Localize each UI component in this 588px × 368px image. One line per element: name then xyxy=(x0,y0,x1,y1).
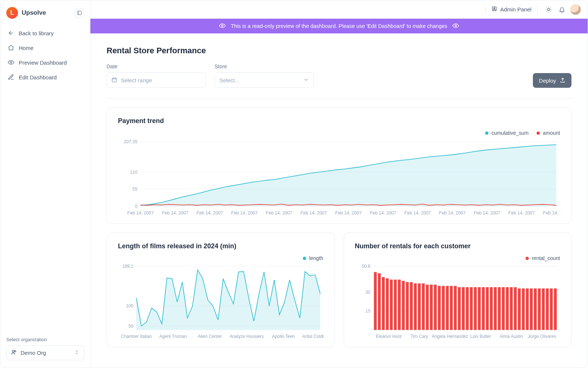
svg-rect-61 xyxy=(422,284,425,330)
svg-point-8 xyxy=(455,25,457,26)
svg-text:Feb 14, 2007: Feb 14, 2007 xyxy=(197,210,223,216)
svg-rect-76 xyxy=(482,287,485,330)
chart-rental-count: 153050.6Eleanor HuntTim CaryAngela Herna… xyxy=(355,263,560,340)
admin-panel-link[interactable]: Admin Panel xyxy=(491,6,531,13)
svg-rect-52 xyxy=(386,278,389,330)
legend: rental_count xyxy=(355,255,560,261)
svg-rect-59 xyxy=(414,284,417,330)
sidebar-item-label: Preview Dashboard xyxy=(19,59,67,66)
filter-row: Date Select range Store Select... Deploy xyxy=(107,64,571,98)
shield-icon xyxy=(491,6,497,13)
sidebar-item-home[interactable]: Home xyxy=(3,41,87,55)
svg-text:Feb 14, 2007: Feb 14, 2007 xyxy=(301,210,327,216)
sidebar-collapse-button[interactable] xyxy=(75,8,84,18)
svg-text:55: 55 xyxy=(132,187,137,192)
svg-rect-57 xyxy=(406,282,409,330)
svg-rect-93 xyxy=(550,288,553,330)
svg-text:Feb 14, 2007: Feb 14, 2007 xyxy=(127,210,154,216)
brand-name: Upsolve xyxy=(22,9,46,17)
svg-point-5 xyxy=(494,8,495,9)
svg-rect-77 xyxy=(486,287,489,330)
svg-rect-56 xyxy=(402,281,405,330)
eye-icon xyxy=(219,22,226,30)
svg-text:Agent Truman: Agent Truman xyxy=(159,334,187,339)
svg-rect-87 xyxy=(526,288,529,330)
store-select[interactable]: Select... xyxy=(215,72,314,88)
brand: L Upsolve xyxy=(3,5,87,23)
svg-text:Apollo Teen: Apollo Teen xyxy=(272,334,295,339)
divider xyxy=(537,6,538,14)
org-value: Demo Org xyxy=(21,350,46,356)
svg-text:Feb 14, 2007: Feb 14, 2007 xyxy=(370,210,396,216)
upload-icon xyxy=(560,77,566,84)
svg-point-1 xyxy=(10,62,12,64)
legend-item-rental-count: rental_count xyxy=(526,255,560,261)
svg-rect-80 xyxy=(498,287,501,330)
svg-rect-86 xyxy=(522,288,525,330)
chevron-down-icon xyxy=(303,77,309,84)
main: Admin Panel This is a read-only preview … xyxy=(90,0,588,368)
sidebar-item-back-to-library[interactable]: Back to library xyxy=(3,26,87,40)
svg-rect-81 xyxy=(502,287,505,330)
sidebar-footer: Select organization Demo Org xyxy=(3,334,87,363)
svg-text:Angela Hernandez: Angela Hernandez xyxy=(431,334,468,339)
deploy-label: Deploy xyxy=(539,77,556,84)
org-select[interactable]: Demo Org xyxy=(6,345,84,360)
sidebar-item-label: Home xyxy=(19,45,33,51)
svg-text:Feb 14, 2007: Feb 14, 2007 xyxy=(266,210,292,216)
topbar: Admin Panel xyxy=(90,0,588,19)
deploy-button[interactable]: Deploy xyxy=(533,73,571,88)
svg-rect-75 xyxy=(478,287,481,330)
date-range-input[interactable]: Select range xyxy=(107,72,206,88)
svg-rect-9 xyxy=(112,78,116,82)
legend-dot xyxy=(537,131,540,135)
legend-item-cumulative-sum: cumulative_sum xyxy=(485,130,528,136)
svg-rect-83 xyxy=(510,287,513,330)
card-rental-count: Number of rentals for each customer rent… xyxy=(344,232,572,347)
card-title: Length of films released in 2024 (min) xyxy=(118,242,323,250)
svg-text:Feb 14, 2007: Feb 14, 2007 xyxy=(231,210,258,216)
svg-text:Feb 14, 2007: Feb 14, 2007 xyxy=(162,210,188,216)
legend-label: length xyxy=(309,255,323,261)
card-payment-trend: Payment trend cumulative_sum amount 0551… xyxy=(107,107,571,224)
svg-text:Jorge Olivares: Jorge Olivares xyxy=(528,334,556,339)
legend-dot xyxy=(526,257,529,260)
svg-rect-65 xyxy=(438,286,441,330)
svg-text:30: 30 xyxy=(365,290,370,295)
svg-rect-92 xyxy=(546,288,549,330)
panel-left-icon xyxy=(77,10,82,15)
legend-item-length: length xyxy=(303,255,323,261)
page-title: Rental Store Performance xyxy=(107,46,571,55)
svg-rect-72 xyxy=(466,287,469,330)
sidebar-item-label: Back to library xyxy=(19,30,54,36)
legend-item-amount: amount xyxy=(537,130,560,136)
content: Rental Store Performance Date Select ran… xyxy=(90,33,588,368)
theme-toggle[interactable] xyxy=(544,4,554,15)
svg-text:Feb 14, 2007: Feb 14, 2007 xyxy=(405,210,431,216)
avatar[interactable] xyxy=(570,4,581,15)
legend-label: rental_count xyxy=(532,255,560,261)
svg-rect-84 xyxy=(514,287,517,330)
svg-rect-85 xyxy=(518,288,521,330)
nav: Back to library Home Preview Dashboard E… xyxy=(3,26,87,84)
svg-rect-78 xyxy=(490,287,493,330)
home-icon xyxy=(8,44,14,51)
svg-rect-54 xyxy=(394,279,397,330)
notifications-button[interactable] xyxy=(557,4,567,15)
users-icon xyxy=(11,349,17,356)
svg-rect-64 xyxy=(434,285,437,330)
svg-rect-94 xyxy=(554,288,557,330)
svg-rect-66 xyxy=(442,286,445,330)
sidebar-item-label: Edit Dashboard xyxy=(19,74,57,80)
svg-text:Analyze Hoosiers: Analyze Hoosiers xyxy=(230,334,264,339)
calendar-icon xyxy=(111,77,117,84)
svg-rect-63 xyxy=(430,285,433,330)
sidebar-item-edit-dashboard[interactable]: Edit Dashboard xyxy=(3,70,87,84)
svg-rect-73 xyxy=(470,287,473,330)
sun-icon xyxy=(545,6,552,13)
svg-rect-74 xyxy=(474,287,477,330)
svg-point-6 xyxy=(548,8,550,11)
eye-icon xyxy=(452,22,459,30)
sidebar-item-preview-dashboard[interactable]: Preview Dashboard xyxy=(3,55,87,69)
banner-text: This is a read-only preview of the dashb… xyxy=(231,23,447,29)
